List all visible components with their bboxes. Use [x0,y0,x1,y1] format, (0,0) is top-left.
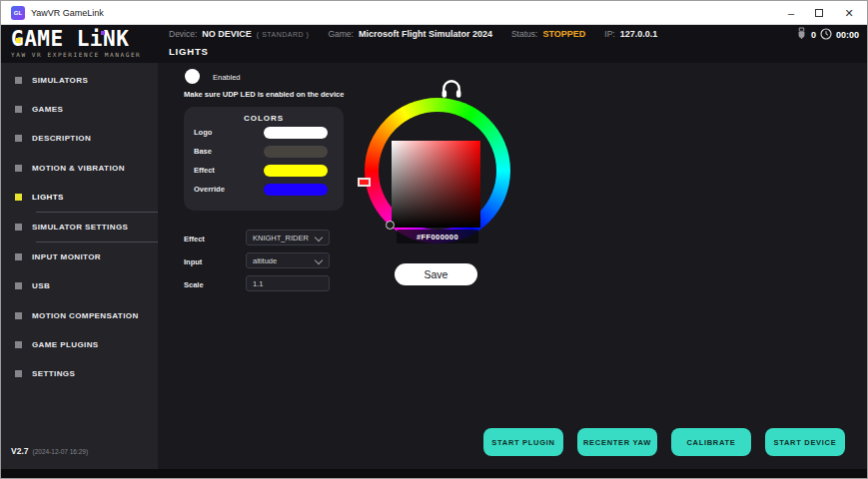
color-label: Effect [194,166,215,175]
logo-purple-accent [101,31,105,35]
sidebar-item-simulators[interactable]: SIMULATORS [1,66,158,95]
start-device-button[interactable]: START DEVICE [765,428,845,456]
enabled-label: Enabled [213,73,241,82]
chevron-down-icon [315,256,323,264]
status-label: Status: [511,29,537,39]
maximize-button[interactable] [810,5,828,21]
sidebar-item-label: USB [32,281,50,290]
saturation-value-square[interactable] [392,141,480,228]
sidebar-item-motion-vibration[interactable]: MOTION & VIBRATION [1,154,158,183]
sidebar-item-settings[interactable]: SETTINGS [1,359,158,388]
effect-field-label: Effect [184,235,205,243]
app-logo: GAME LiNK YAW VR EXPERIENCE MANAGER [11,29,161,58]
device-value: NO DEVICE [202,29,252,39]
bullet-icon [15,282,22,289]
color-row-override: Override [184,180,344,199]
bottom-strip [1,469,867,478]
game-label: Game: [328,29,354,39]
bullet-icon-active [15,194,22,201]
color-label: Base [194,147,212,156]
sidebar-item-label: DESCRIPTION [32,134,91,143]
color-label: Logo [194,128,212,137]
udp-note: Make sure UDP LED is enabled on the devi… [184,90,344,99]
ip-label: IP: [604,29,614,39]
version-info: V2.7(2024-12-07 16:29) [11,440,88,458]
minimize-button[interactable]: – [782,5,800,21]
hex-color-value: #FF000000 [397,230,478,243]
bullet-icon [15,312,22,319]
ip-value: 127.0.0.1 [620,29,658,39]
sidebar: SIMULATORS GAMES DESCRIPTION MOTION & VI… [1,63,158,470]
calibrate-button[interactable]: CALIBRATE [671,428,751,456]
logo-title: GAME LiNK [11,29,161,49]
scale-input[interactable] [246,275,330,291]
logo-color-swatch[interactable] [264,127,328,139]
input-dropdown[interactable]: altitude [246,252,330,268]
logo-yellow-accent [16,38,21,43]
sidebar-item-label: SIMULATOR SETTINGS [32,223,128,232]
bullet-icon [15,135,22,142]
sidebar-item-input-monitor[interactable]: INPUT MONITOR [1,242,158,271]
device-label: Device: [169,29,197,39]
titlebar: GL YawVR GameLink – ✕ [1,1,867,25]
scale-field-label: Scale [184,280,204,289]
input-dropdown-value: altitude [253,256,277,265]
effect-color-swatch[interactable] [264,165,328,177]
base-color-swatch[interactable] [264,146,328,158]
effect-dropdown[interactable]: KNIGHT_RIDER [246,230,330,245]
color-row-effect: Effect [184,161,344,180]
usb-count: 0 [811,30,816,40]
close-button[interactable]: ✕ [840,5,858,21]
sidebar-item-motion-compensation[interactable]: MOTION COMPENSATION [1,301,158,330]
chevron-down-icon [315,234,323,241]
sidebar-item-label: MOTION COMPENSATION [32,311,139,320]
sidebar-item-label: SETTINGS [32,369,75,378]
bullet-icon [15,253,22,260]
sidebar-item-usb[interactable]: USB [1,271,158,300]
version-number: V2.7 [11,446,29,456]
sidebar-item-simulator-settings[interactable]: SIMULATOR SETTINGS [1,213,158,241]
sidebar-item-lights[interactable]: LIGHTS [1,183,158,212]
timer-value: 00:00 [836,30,859,40]
device-status-row: Device: NO DEVICE ( STANDARD ) Game: Mic… [169,29,657,39]
enabled-toggle[interactable] [185,69,200,84]
maximize-icon [815,9,823,17]
bullet-icon [15,341,22,348]
page-title: LIGHTS [169,46,209,57]
bullet-icon [15,77,22,84]
sidebar-item-game-plugins[interactable]: GAME PLUGINS [1,330,158,359]
window-title: YawVR GameLink [31,8,104,18]
recenter-yaw-button[interactable]: RECENTER YAW [577,428,657,456]
sidebar-item-label: SIMULATORS [32,76,88,85]
sidebar-item-description[interactable]: DESCRIPTION [1,124,158,153]
sidebar-item-label: GAME PLUGINS [32,340,99,349]
sidebar-item-label: INPUT MONITOR [32,252,101,261]
game-value: Microsoft Flight Simulator 2024 [359,29,492,39]
saturation-marker[interactable] [386,221,395,230]
save-button[interactable]: Save [395,263,477,285]
bullet-icon [15,370,22,377]
override-color-swatch[interactable] [264,184,328,196]
clock-icon [820,28,832,42]
start-plugin-button[interactable]: START PLUGIN [483,428,563,456]
usb-icon [796,27,807,42]
app-icon: GL [11,6,25,20]
input-field-label: Input [184,257,202,266]
effect-dropdown-value: KNIGHT_RIDER [253,234,309,242]
logo-subtitle: YAW VR EXPERIENCE MANAGER [11,51,161,58]
color-row-base: Base [184,142,344,161]
colors-panel: COLORS Logo Base Effect Override [184,107,344,211]
status-value: STOPPED [542,29,585,39]
version-date: (2024-12-07 16:29) [33,448,89,455]
sidebar-item-label: MOTION & VIBRATION [32,164,125,173]
sidebar-item-games[interactable]: GAMES [1,95,158,124]
colors-panel-title: COLORS [184,114,344,123]
color-row-logo: Logo [184,123,344,142]
app-window: GL YawVR GameLink – ✕ GAME LiNK YAW VR E… [0,0,868,479]
hue-marker[interactable] [358,178,371,187]
bullet-icon [15,165,22,172]
device-mode: ( STANDARD ) [257,31,310,38]
header-indicators: 0 00:00 [796,27,859,42]
color-label: Override [194,185,225,194]
sidebar-item-label: GAMES [32,105,63,114]
